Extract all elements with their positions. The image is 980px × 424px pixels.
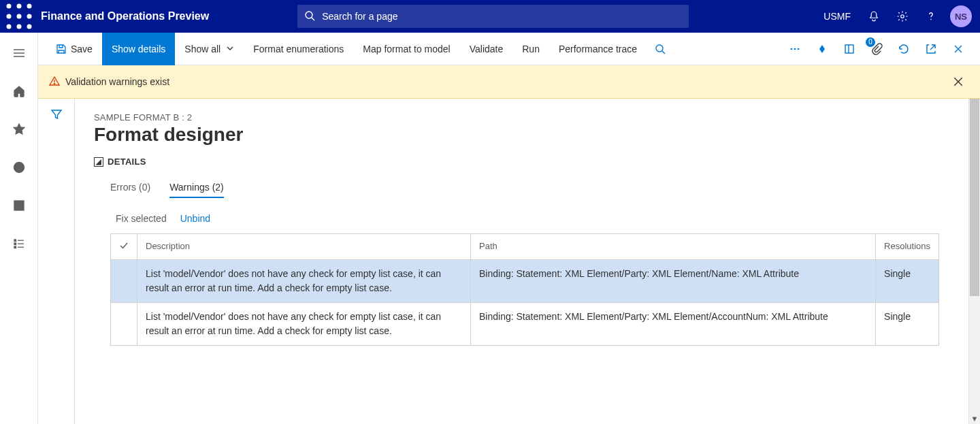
search-icon: [304, 10, 315, 23]
cell-description: List 'model/Vendor' does not have any ch…: [137, 260, 471, 303]
svg-line-27: [662, 51, 665, 54]
modules-icon[interactable]: [8, 233, 30, 255]
filter-icon[interactable]: [50, 108, 63, 424]
select-all-checkbox[interactable]: [111, 234, 137, 260]
svg-point-37: [54, 83, 54, 84]
svg-point-3: [7, 14, 12, 19]
tab-toolbar: Fix selected Unbind: [94, 213, 980, 224]
format-enumerations-button[interactable]: Format enumerations: [244, 33, 353, 65]
save-label: Save: [71, 44, 93, 54]
avatar[interactable]: NS: [950, 5, 972, 27]
svg-point-7: [17, 25, 22, 29]
svg-point-5: [27, 14, 32, 19]
global-search[interactable]: Search for a page: [297, 5, 689, 28]
gear-icon[interactable]: [889, 0, 916, 33]
details-tabs: Errors (0) Warnings (2): [94, 178, 980, 198]
row-checkbox[interactable]: [111, 303, 137, 346]
show-details-button[interactable]: Show details: [102, 33, 175, 65]
global-header: Finance and Operations Preview Search fo…: [0, 0, 980, 33]
breadcrumb: SAMPLE FORMAT B : 2: [94, 112, 980, 123]
unbind-button[interactable]: Unbind: [180, 213, 210, 224]
page-title: Format designer: [94, 124, 980, 146]
cell-path: Binding: Statement: XML Element/Party: X…: [471, 260, 876, 303]
tab-errors[interactable]: Errors (0): [110, 178, 150, 198]
svg-rect-17: [14, 201, 24, 210]
banner-close-icon[interactable]: [947, 71, 969, 93]
svg-point-4: [17, 14, 22, 19]
popout-icon[interactable]: [917, 33, 945, 65]
svg-point-29: [794, 48, 796, 50]
scroll-down-icon[interactable]: ▼: [969, 412, 980, 424]
workspace-icon[interactable]: [8, 195, 30, 216]
find-icon[interactable]: [647, 33, 674, 65]
tab-warnings[interactable]: Warnings (2): [169, 178, 224, 198]
column-path[interactable]: Path: [471, 234, 876, 260]
svg-rect-22: [14, 246, 16, 248]
map-format-button[interactable]: Map format to model: [353, 33, 459, 65]
run-button[interactable]: Run: [512, 33, 549, 65]
svg-point-1: [17, 4, 22, 9]
svg-rect-32: [845, 45, 853, 53]
svg-point-2: [27, 4, 32, 9]
svg-marker-31: [819, 45, 825, 53]
cell-description: List 'model/Vendor' does not have any ch…: [137, 303, 471, 346]
attachments-badge: 0: [866, 37, 875, 47]
row-checkbox[interactable]: [111, 260, 137, 303]
svg-point-11: [901, 15, 904, 18]
cell-resolutions: Single: [876, 260, 939, 303]
svg-point-6: [7, 25, 12, 29]
chevron-down-icon: [226, 44, 234, 54]
more-icon[interactable]: [781, 33, 808, 65]
warnings-grid: Description Path Resolutions List 'model…: [110, 233, 939, 346]
fix-selected-button[interactable]: Fix selected: [116, 213, 167, 224]
waffle-icon[interactable]: [5, 0, 33, 33]
vertical-scrollbar[interactable]: ▼: [968, 99, 980, 424]
attachments-button[interactable]: 0: [863, 33, 890, 65]
options-icon[interactable]: [808, 33, 836, 65]
star-icon[interactable]: [8, 118, 30, 140]
warning-triangle-icon: [49, 76, 60, 88]
office-icon[interactable]: [836, 33, 863, 65]
page-body: SAMPLE FORMAT B : 2 Format designer ◢ DE…: [75, 99, 980, 424]
svg-rect-21: [14, 243, 16, 245]
svg-point-28: [791, 48, 793, 50]
close-icon[interactable]: [945, 33, 972, 65]
svg-line-10: [312, 18, 314, 20]
save-button[interactable]: Save: [46, 33, 102, 65]
show-all-button[interactable]: Show all: [175, 33, 244, 65]
column-resolutions[interactable]: Resolutions: [876, 234, 939, 260]
action-bar: Save Show details Show all Format enumer…: [38, 33, 980, 65]
svg-point-8: [27, 25, 32, 29]
search-placeholder: Search for a page: [322, 11, 397, 22]
bell-icon[interactable]: [860, 0, 887, 33]
svg-point-12: [930, 19, 932, 20]
svg-point-26: [656, 45, 663, 52]
scroll-thumb[interactable]: [970, 99, 979, 296]
validate-button[interactable]: Validate: [460, 33, 513, 65]
recent-icon[interactable]: [8, 157, 30, 178]
home-icon[interactable]: [8, 80, 30, 102]
app-title: Finance and Operations Preview: [41, 10, 209, 22]
svg-point-0: [7, 4, 12, 9]
left-rail: [0, 33, 38, 424]
menu-icon[interactable]: [8, 42, 30, 64]
cell-resolutions: Single: [876, 303, 939, 346]
filter-column: [38, 99, 75, 424]
column-description[interactable]: Description: [137, 234, 471, 260]
performance-trace-button[interactable]: Performance trace: [549, 33, 647, 65]
collapse-icon: ◢: [94, 157, 103, 167]
svg-rect-20: [14, 240, 16, 242]
details-section-header[interactable]: ◢ DETAILS: [94, 157, 980, 167]
help-icon[interactable]: [917, 0, 945, 33]
warning-text: Validation warnings exist: [65, 76, 169, 87]
svg-point-30: [798, 48, 800, 50]
cell-path: Binding: Statement: XML Element/Party: X…: [471, 303, 876, 346]
warning-banner: Validation warnings exist: [38, 65, 980, 99]
refresh-icon[interactable]: [890, 33, 917, 65]
company-code[interactable]: USMF: [823, 11, 851, 22]
table-row[interactable]: List 'model/Vendor' does not have any ch…: [111, 260, 939, 303]
svg-point-9: [306, 12, 312, 18]
table-row[interactable]: List 'model/Vendor' does not have any ch…: [111, 303, 939, 346]
